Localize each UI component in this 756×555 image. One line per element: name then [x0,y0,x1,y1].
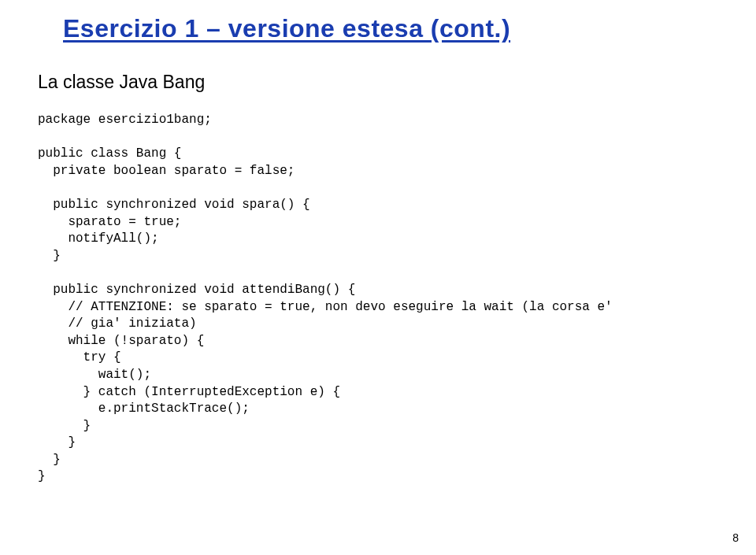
page-number: 8 [732,531,739,544]
slide-subtitle: La classe Java Bang [0,43,756,93]
slide-title: Esercizio 1 – versione estesa (cont.) [0,0,756,43]
code-sample: package esercizio1bang; public class Ban… [0,93,756,486]
